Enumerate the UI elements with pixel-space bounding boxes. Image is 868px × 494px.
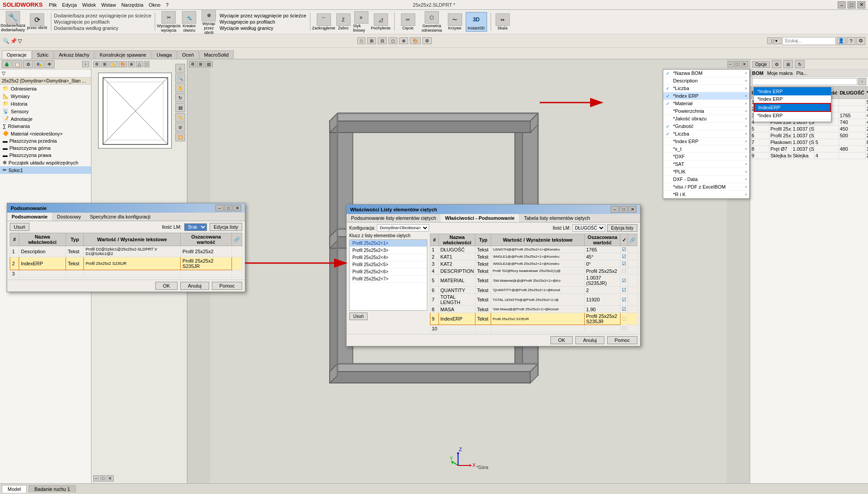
podsumowanie-tab-3[interactable]: Specyficzne dla konfiguracji	[85, 213, 155, 221]
view-btn-4[interactable]: ◻	[389, 37, 397, 44]
kreator-button[interactable]: 🔩 Kreator otworu	[180, 11, 198, 33]
sub-dropdown-item[interactable]: *Index ERP	[754, 95, 831, 103]
wyciagniecie-button[interactable]: ✂ Wyciągnięcie wycięcia	[159, 11, 178, 33]
part-list-item[interactable]: Profil 25x25x2<7>	[350, 276, 427, 283]
dropdown-item[interactable]: *PLIK›	[663, 168, 749, 176]
sub-dropdown-item[interactable]	[754, 119, 831, 122]
help-icon[interactable]: ?	[847, 37, 856, 45]
3d-max[interactable]: □	[734, 61, 740, 67]
view-options-btn[interactable]: □ ▾	[767, 37, 781, 44]
line-style-button[interactable]: ≡ Styk liniowy	[353, 11, 369, 33]
dropdown-item[interactable]: *Jakość obrazu›	[663, 115, 749, 123]
dropdown-item[interactable]: ✓*Liczba›	[663, 130, 749, 138]
viewport-option-7[interactable]: □	[144, 61, 149, 67]
menu-view[interactable]: Widok	[79, 1, 99, 8]
wlasciwosci-cancel-btn[interactable]: Anuluj	[575, 336, 604, 344]
bom-row[interactable]: 8 Pręt Ø7 1.0037 (S235JR) 480 1 Pręt fi7…	[751, 146, 868, 152]
color-btn[interactable]: 🎨	[410, 37, 421, 44]
bom-settings-btn[interactable]: ⚙	[772, 60, 781, 68]
viewport-option-1[interactable]: ⚙	[93, 61, 100, 67]
wlasciwosci-close-btn[interactable]: ✕	[628, 206, 637, 213]
viewport-max[interactable]: □	[100, 475, 106, 482]
config-select[interactable]: Domyślna<Obrobiona>	[377, 224, 429, 231]
menu-window[interactable]: Okno	[146, 1, 163, 8]
tree-item-wymiary[interactable]: 📐Wymiary	[0, 92, 91, 100]
tree-item-rownania[interactable]: ∑Równania	[0, 123, 91, 130]
zaokraglenie-button[interactable]: ⌒ Zaokrąglenie	[314, 13, 334, 30]
settings-btn[interactable]: ⚙	[422, 37, 432, 44]
ilosc-lm-wl-select[interactable]: DŁUGOŚĆ	[572, 224, 605, 232]
dropdown-item[interactable]: ✓*Materiał›	[663, 100, 749, 107]
podsumowanie-max-btn[interactable]: □	[224, 205, 232, 211]
edycja-listy-btn[interactable]: Edycja listy	[210, 223, 242, 231]
cutting-button[interactable]: ✂ Cięcie	[398, 13, 418, 30]
slope-button[interactable]: ◿ Pochylenie	[371, 13, 391, 30]
podsumowanie-ok-btn[interactable]: OK	[155, 282, 178, 290]
viewport-option-5[interactable]: ⊕	[128, 61, 135, 67]
part-list-item[interactable]: Profil 25x25x2<5>	[350, 261, 427, 268]
cut-border-toolbar[interactable]: Wyciącie według granicy	[219, 25, 306, 31]
dropdown-item[interactable]: Description›	[663, 77, 749, 85]
curves-button[interactable]: 〜 Krzywe	[446, 13, 464, 30]
wlasciwosci-row[interactable]: 1 DŁUGOŚĆ Tekst 'LENGTH@@Profil 25x25x2<…	[430, 246, 637, 253]
nav-pan[interactable]: ✋	[175, 83, 185, 92]
tab-konstrukcje[interactable]: Konstrukcje spawane	[95, 50, 151, 59]
podsumowanie-cancel-btn[interactable]: Anuluj	[180, 282, 209, 290]
podsumowanie-row[interactable]: 3	[10, 270, 242, 278]
wlasciwosci-row[interactable]: 8 MASA Tekst 'SW-Masa@@Profil 25x25x2<1>…	[430, 306, 637, 313]
dropdown-item[interactable]: *DXF›	[663, 153, 749, 161]
minimize-btn[interactable]: –	[838, 1, 846, 8]
podsumowanie-min-btn[interactable]: –	[215, 205, 223, 211]
wlasciwosci-min-btn[interactable]: –	[611, 206, 619, 213]
dropdown-item[interactable]: ✓*Nazwa BOM›	[663, 70, 749, 77]
bom-search-btn[interactable]: ›	[858, 78, 866, 85]
dropdown-item[interactable]: ✓*Grubość›	[663, 123, 749, 130]
gear-icon[interactable]: ⚙	[856, 37, 865, 45]
menu-help[interactable]: ?	[163, 1, 171, 8]
part-list-item[interactable]: Profil 25x25x2<1>	[350, 240, 427, 247]
wlasciwosci-tab-3[interactable]: Tabela listy elementów ciętych	[520, 214, 595, 222]
tree-item-plaszczyzna-prawa[interactable]: ▬Płaszczyzna prawa	[0, 152, 91, 159]
bom-tab-templates[interactable]: Pla...	[796, 70, 807, 76]
bom-row[interactable]: 9 Sklejka bok Sklejka 4 2	[751, 152, 868, 159]
podsumowanie-delete-btn[interactable]: Usuń	[10, 223, 29, 231]
wyciecie-przez-button[interactable]: ⊗ Wyciąc przez obrót	[200, 9, 218, 35]
bom-grid-btn[interactable]: ⊞	[783, 60, 793, 68]
cut-profile-toolbar[interactable]: Wyciągnięcie po profilach	[219, 19, 306, 25]
dropdown-item[interactable]: *R i K›	[663, 191, 749, 198]
nav-measure[interactable]: 📏	[175, 113, 185, 122]
3d-option-2[interactable]: ⊞	[197, 61, 204, 67]
dropdown-item[interactable]: ✓*Liczba›	[663, 85, 749, 92]
sub-dropdown-item[interactable]: *Index ERP	[754, 112, 831, 119]
panel-tab-prop[interactable]: 📋	[12, 60, 22, 68]
podsumowanie-help-btn[interactable]: Pomoc	[212, 282, 242, 290]
rotate-button[interactable]: ⟳ przez obrót	[26, 12, 48, 31]
dropdown-item[interactable]: DXF - Data›	[663, 176, 749, 183]
bom-search-input[interactable]	[752, 78, 857, 85]
3d-option-3[interactable]: ▤	[205, 61, 213, 67]
3d-min[interactable]: –	[727, 61, 733, 67]
bom-row[interactable]: 5 Profil 25x25x2 1.0037 (S235JR) 450 2 P…	[751, 126, 868, 132]
wlasciwosci-help-btn[interactable]: Pomoc	[607, 336, 637, 344]
tab-macrosolid[interactable]: MacroSolid	[199, 50, 234, 59]
panel-tab-scene[interactable]: 🎭	[34, 60, 44, 68]
panel-tab-config[interactable]: ⚙	[23, 60, 33, 68]
scala-button[interactable]: ⇔ Skala	[495, 13, 511, 30]
wlasciwosci-row[interactable]: 7 TOTAL LENGTH Tekst TOTAL LENGTH@@Profi…	[430, 294, 637, 306]
wlasciwosci-tab-2[interactable]: Właściwości - Podsumowanie	[441, 214, 520, 222]
tree-item-poczatek[interactable]: ⊕Początek układu współrzędnych	[0, 159, 91, 166]
view-btn-1[interactable]: □	[357, 37, 365, 44]
wlasciwosci-row[interactable]: 4 DESCRIPTION Tekst Profil 'D2@Rury kwad…	[430, 268, 637, 275]
add-base-button[interactable]: 🔧 Dodanie/baza dodania/bazy	[2, 10, 24, 33]
tab-arkusz[interactable]: Arkusz blachy	[54, 50, 94, 59]
wlasciwosci-max-btn[interactable]: □	[620, 206, 628, 213]
search-input[interactable]	[782, 37, 836, 45]
tab-szkic[interactable]: Szkic	[32, 50, 54, 59]
nav-home[interactable]: ⌂	[175, 64, 185, 73]
instant3d-button[interactable]: 3D Instant3D	[466, 12, 487, 32]
wlasciwosci-delete-btn[interactable]: Usuń	[349, 313, 368, 320]
3d-option-1[interactable]: ⚙	[189, 61, 196, 67]
wlasciwosci-row[interactable]: 9 IndexERP Tekst Profil 25x25x2 S235JR P…	[430, 313, 637, 325]
wlasciwosci-row[interactable]: 3 KAT2 Tekst 'ANGLE2@@Profil 25x25x2<1>@…	[430, 260, 637, 268]
bom-refresh-btn[interactable]: ↻	[795, 60, 805, 68]
